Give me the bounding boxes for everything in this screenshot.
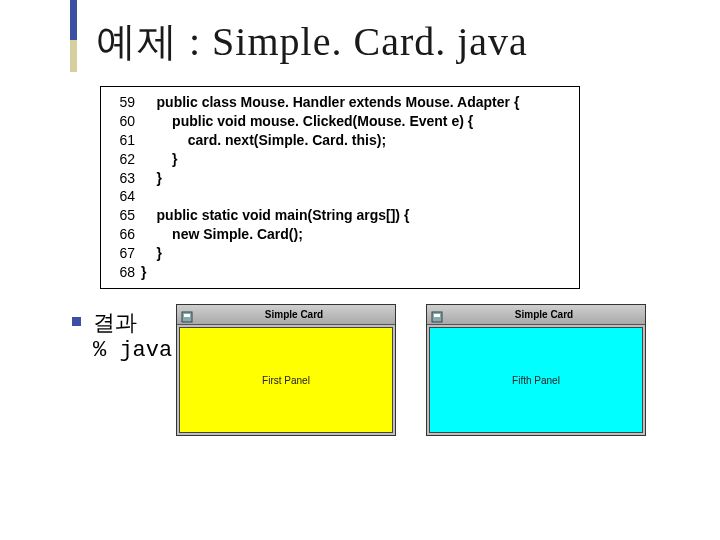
slide: 예제 : Simple. Card. java 59 public class … (0, 0, 720, 540)
code-line: 61 card. next(Simple. Card. this); (111, 131, 569, 150)
code-text: card. next(Simple. Card. this); (141, 132, 386, 148)
demo-window: Simple CardFirst Panel (176, 304, 396, 436)
code-text: public static void main(String args[]) { (141, 207, 409, 223)
svg-rect-1 (184, 314, 190, 317)
code-lineno: 62 (111, 150, 135, 169)
code-line: 63 } (111, 169, 569, 188)
window-titlebar: Simple Card (177, 305, 395, 325)
code-text: new Simple. Card(); (141, 226, 303, 242)
code-lineno: 67 (111, 244, 135, 263)
code-text: public void mouse. Clicked(Mouse. Event … (141, 113, 473, 129)
code-lineno: 66 (111, 225, 135, 244)
window-panel: First Panel (179, 327, 393, 433)
window-title: Simple Card (197, 309, 391, 320)
code-box: 59 public class Mouse. Handler extends M… (100, 86, 580, 289)
code-line: 65 public static void main(String args[]… (111, 206, 569, 225)
code-text: } (141, 264, 146, 280)
code-line: 67 } (111, 244, 569, 263)
code-line: 60 public void mouse. Clicked(Mouse. Eve… (111, 112, 569, 131)
code-text: public class Mouse. Handler extends Mous… (141, 94, 519, 110)
code-text: } (141, 170, 162, 186)
result-windows: Simple CardFirst PanelSimple CardFifth P… (176, 304, 646, 436)
code-lineno: 59 (111, 93, 135, 112)
code-lineno: 60 (111, 112, 135, 131)
code-line: 62 } (111, 150, 569, 169)
window-sys-icon (181, 309, 193, 321)
svg-rect-3 (434, 314, 440, 317)
code-text: } (141, 151, 178, 167)
code-lineno: 65 (111, 206, 135, 225)
window-sys-icon (431, 309, 443, 321)
code-line: 66 new Simple. Card(); (111, 225, 569, 244)
window-titlebar: Simple Card (427, 305, 645, 325)
code-lineno: 61 (111, 131, 135, 150)
demo-window: Simple CardFifth Panel (426, 304, 646, 436)
code-lineno: 68 (111, 263, 135, 282)
page-title: 예제 : Simple. Card. java (96, 14, 528, 69)
window-title: Simple Card (447, 309, 641, 320)
accent-bar (70, 0, 77, 72)
bullet-icon (72, 317, 81, 326)
code-line: 59 public class Mouse. Handler extends M… (111, 93, 569, 112)
code-line: 68} (111, 263, 569, 282)
window-panel: Fifth Panel (429, 327, 643, 433)
code-line: 64 (111, 187, 569, 206)
code-lineno: 63 (111, 169, 135, 188)
code-lineno: 64 (111, 187, 135, 206)
code-text: } (141, 245, 162, 261)
